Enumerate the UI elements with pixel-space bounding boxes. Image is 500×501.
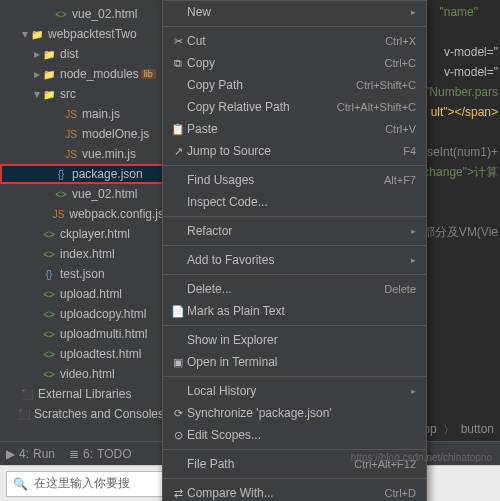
tree-item-ckplayer-html[interactable]: <>ckplayer.html — [0, 224, 164, 244]
tree-item-scratches-and-consoles[interactable]: ⬛Scratches and Consoles — [0, 404, 164, 424]
menu-item-local-history[interactable]: Local History▸ — [163, 380, 426, 402]
folder-icon: 📁 — [42, 47, 56, 61]
menu-item-show-in-explorer[interactable]: Show in Explorer — [163, 329, 426, 351]
menu-item-icon: ⧉ — [169, 57, 187, 70]
tree-item-vue_02-html[interactable]: <>vue_02.html — [0, 184, 164, 204]
menu-shortcut: Delete — [384, 283, 416, 295]
expand-arrow-icon: ▾ — [20, 27, 30, 41]
windows-search[interactable]: 🔍 在这里输入你要搜 — [6, 471, 186, 497]
expand-arrow-icon: ▸ — [32, 67, 42, 81]
todo-tool-button[interactable]: ≣ 6: TODO — [69, 447, 131, 461]
menu-item-paste[interactable]: 📋PasteCtrl+V — [163, 118, 426, 140]
tree-item-index-html[interactable]: <>index.html — [0, 244, 164, 264]
menu-separator — [163, 449, 426, 450]
tree-item-node_modules[interactable]: ▸📁node_moduleslib — [0, 64, 164, 84]
tree-item-vue_02-html[interactable]: <>vue_02.html — [0, 4, 164, 24]
folder-icon: 📁 — [42, 87, 56, 101]
menu-item-label: Inspect Code... — [187, 195, 416, 209]
tree-item-label: test.json — [60, 267, 105, 281]
tree-item-label: modelOne.js — [82, 127, 149, 141]
submenu-arrow-icon: ▸ — [411, 386, 416, 396]
menu-item-find-usages[interactable]: Find UsagesAlt+F7 — [163, 169, 426, 191]
html-icon: <> — [42, 307, 56, 321]
breadcrumb-item[interactable]: button — [461, 422, 494, 439]
tree-item-main-js[interactable]: JSmain.js — [0, 104, 164, 124]
code-fragment: v-model=" — [444, 42, 498, 62]
tree-item-label: uploadmulti.html — [60, 327, 147, 341]
menu-item-compare-with-[interactable]: ⇄Compare With...Ctrl+D — [163, 482, 426, 501]
tree-item-label: index.html — [60, 247, 115, 261]
menu-item-refactor[interactable]: Refactor▸ — [163, 220, 426, 242]
menu-item-label: Local History — [187, 384, 411, 398]
menu-separator — [163, 274, 426, 275]
menu-shortcut: Ctrl+D — [385, 487, 416, 499]
menu-item-label: Edit Scopes... — [187, 428, 416, 442]
menu-item-jump-to-source[interactable]: ↗Jump to SourceF4 — [163, 140, 426, 162]
folder-icon: 📁 — [30, 27, 44, 41]
run-tool-button[interactable]: ▶ 4: Run — [6, 447, 55, 461]
menu-separator — [163, 245, 426, 246]
folder-icon: 📁 — [42, 67, 56, 81]
code-fragment: v-model=" — [444, 62, 498, 82]
tree-item-external-libraries[interactable]: ⬛External Libraries — [0, 384, 164, 404]
menu-item-label: Cut — [187, 34, 385, 48]
tree-item-label: main.js — [82, 107, 120, 121]
menu-item-cut[interactable]: ✂CutCtrl+X — [163, 30, 426, 52]
menu-item-open-in-terminal[interactable]: ▣Open in Terminal — [163, 351, 426, 373]
tree-item-webpacktesttwo[interactable]: ▾📁webpacktestTwo — [0, 24, 164, 44]
menu-item-copy-relative-path[interactable]: Copy Relative PathCtrl+Alt+Shift+C — [163, 96, 426, 118]
html-icon: <> — [42, 347, 56, 361]
html-icon: <> — [42, 367, 56, 381]
tree-item-uploadtest-html[interactable]: <>uploadtest.html — [0, 344, 164, 364]
tree-item-webpack-config-js[interactable]: JSwebpack.config.js — [0, 204, 164, 224]
play-icon: ▶ — [6, 447, 15, 461]
tree-item-uploadcopy-html[interactable]: <>uploadcopy.html — [0, 304, 164, 324]
html-icon: <> — [54, 187, 68, 201]
tree-item-vue-min-js[interactable]: JSvue.min.js — [0, 144, 164, 164]
submenu-arrow-icon: ▸ — [411, 226, 416, 236]
menu-item-icon: ⟳ — [169, 407, 187, 420]
tree-item-test-json[interactable]: {}test.json — [0, 264, 164, 284]
menu-item-inspect-code-[interactable]: Inspect Code... — [163, 191, 426, 213]
menu-item-copy[interactable]: ⧉CopyCtrl+C — [163, 52, 426, 74]
menu-item-icon: ▣ — [169, 356, 187, 369]
tree-item-package-json[interactable]: {}package.json — [0, 164, 164, 184]
menu-separator — [163, 216, 426, 217]
menu-item-mark-as-plain-text[interactable]: 📄Mark as Plain Text — [163, 300, 426, 322]
tree-item-video-html[interactable]: <>video.html — [0, 364, 164, 384]
html-icon: <> — [42, 327, 56, 341]
tree-item-label: External Libraries — [38, 387, 131, 401]
js-icon: JS — [64, 107, 78, 121]
menu-shortcut: Ctrl+Alt+Shift+C — [337, 101, 416, 113]
menu-separator — [163, 26, 426, 27]
js-icon: JS — [64, 147, 78, 161]
project-tree[interactable]: <>vue_02.html▾📁webpacktestTwo▸📁dist▸📁nod… — [0, 0, 165, 501]
menu-item-label: Show in Explorer — [187, 333, 416, 347]
menu-item-label: New — [187, 5, 411, 19]
tree-item-label: vue.min.js — [82, 147, 136, 161]
menu-shortcut: Ctrl+C — [385, 57, 416, 69]
tree-item-label: package.json — [72, 167, 143, 181]
menu-item-synchronize-package-json-[interactable]: ⟳Synchronize 'package.json' — [163, 402, 426, 424]
code-fragment: "name" — [439, 2, 478, 22]
search-icon: 🔍 — [13, 477, 28, 491]
menu-item-copy-path[interactable]: Copy PathCtrl+Shift+C — [163, 74, 426, 96]
menu-item-label: Compare With... — [187, 486, 385, 500]
tree-item-dist[interactable]: ▸📁dist — [0, 44, 164, 64]
tree-item-src[interactable]: ▾📁src — [0, 84, 164, 104]
menu-item-label: Find Usages — [187, 173, 384, 187]
code-fragment: "change">计算 — [419, 162, 498, 182]
tree-item-uploadmulti-html[interactable]: <>uploadmulti.html — [0, 324, 164, 344]
menu-item-new[interactable]: New▸ — [163, 1, 426, 23]
menu-item-delete-[interactable]: Delete...Delete — [163, 278, 426, 300]
menu-item-label: Refactor — [187, 224, 411, 238]
menu-item-edit-scopes-[interactable]: ⊙Edit Scopes... — [163, 424, 426, 446]
menu-item-icon: 📋 — [169, 123, 187, 136]
tree-item-upload-html[interactable]: <>upload.html — [0, 284, 164, 304]
menu-item-label: Add to Favorites — [187, 253, 411, 267]
expand-arrow-icon: ▸ — [32, 47, 42, 61]
tree-item-label: dist — [60, 47, 79, 61]
menu-separator — [163, 376, 426, 377]
menu-item-add-to-favorites[interactable]: Add to Favorites▸ — [163, 249, 426, 271]
tree-item-modelone-js[interactable]: JSmodelOne.js — [0, 124, 164, 144]
